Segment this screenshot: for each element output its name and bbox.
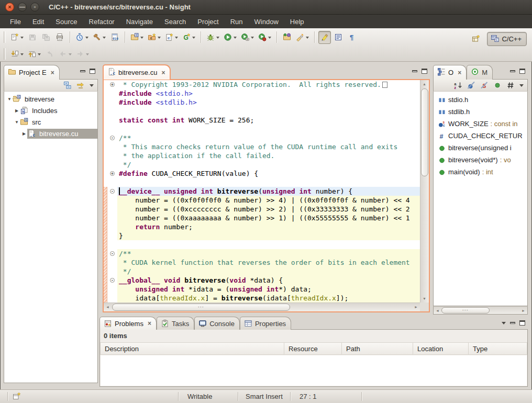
column-header-path[interactable]: Path (342, 342, 413, 355)
menu-project[interactable]: Project (192, 16, 224, 28)
code-line-1[interactable]: * Copyright 1993-2012 NVIDIA Corporation… (117, 80, 420, 89)
tab-outline[interactable]: O × (433, 65, 467, 80)
maximize-view-button[interactable] (90, 69, 95, 74)
outline-item-cuda-check-retur[interactable]: #CUDA_CHECK_RETUR (434, 130, 527, 142)
tab-project-explorer[interactable]: Project E × (4, 65, 60, 80)
new-class-button[interactable]: c (163, 31, 180, 44)
tab-tasks[interactable]: Tasks (157, 317, 194, 330)
open-perspective-button[interactable] (470, 32, 482, 46)
scrollbar-thumb[interactable]: ··· (441, 307, 490, 314)
scrollbar-thumb[interactable] (421, 88, 428, 176)
previous-annotation-button[interactable] (26, 48, 42, 61)
code-line-11[interactable]: #define CUDA_CHECK_RETURN(value) { (117, 169, 420, 178)
sort-button[interactable]: az (454, 81, 462, 89)
minimize-view-button[interactable] (510, 70, 515, 72)
code-line-13[interactable]: __device__ unsigned int bitreverse(unsig… (117, 187, 420, 196)
minimize-editor-button[interactable] (412, 70, 417, 72)
column-header-type[interactable]: Type (469, 342, 527, 355)
fold-expand-icon[interactable]: + (110, 82, 115, 87)
code-line-6[interactable] (117, 125, 420, 133)
menu-file[interactable]: File (4, 16, 27, 28)
code-line-8[interactable]: * This macro checks return value of the … (117, 142, 420, 151)
fold-collapse-icon[interactable]: - (110, 251, 115, 256)
close-icon[interactable]: × (51, 70, 54, 76)
expander-closed-icon[interactable]: ▶ (14, 108, 20, 113)
timer-button[interactable] (74, 31, 90, 44)
fold-expand-icon[interactable]: + (110, 171, 115, 176)
menu-refactor[interactable]: Refactor (83, 16, 120, 28)
maximize-view-button[interactable] (519, 69, 525, 74)
search-button[interactable] (294, 31, 311, 44)
last-edit-location-button[interactable] (43, 48, 56, 61)
close-icon[interactable]: × (161, 70, 165, 76)
code-editor[interactable]: +-+--- * Copyright 1993-2012 NVIDIA Corp… (103, 79, 430, 312)
outline-item-bitreverse-unsigned-i[interactable]: bitreverse(unsigned i (434, 142, 527, 154)
next-annotation-button[interactable] (9, 48, 25, 61)
menu-help[interactable]: Help (284, 16, 310, 28)
new-connection-button[interactable]: G (181, 31, 197, 44)
code-line-5[interactable]: static const int WORK_SIZE = 256; (117, 116, 420, 125)
build-button[interactable] (91, 31, 107, 44)
column-header-description[interactable]: Description (100, 342, 284, 355)
hide-static-members-button[interactable]: S (480, 81, 489, 89)
folded-region-box[interactable] (382, 82, 387, 88)
column-header-resource[interactable]: Resource (284, 342, 342, 355)
code-line-9[interactable]: * the application if the call failed. (117, 151, 420, 160)
maximize-view-button[interactable] (519, 320, 525, 326)
menu-window[interactable]: Window (249, 16, 284, 28)
close-icon[interactable]: × (148, 320, 151, 327)
new-button[interactable] (9, 31, 25, 44)
view-menu-button[interactable] (502, 322, 506, 327)
show-whitespace-button[interactable]: ¶ (346, 31, 358, 44)
outline-item-stdlib-h[interactable]: stdlib.h (434, 106, 527, 118)
minimize-view-button[interactable] (510, 322, 515, 324)
open-element-button[interactable] (281, 31, 293, 44)
code-area[interactable]: * Copyright 1993-2012 NVIDIA Corporation… (117, 80, 420, 303)
print-button[interactable] (53, 31, 66, 44)
fold-collapse-icon[interactable]: - (110, 189, 115, 194)
save-button[interactable] (26, 31, 39, 44)
outline-item-main-void-[interactable]: main(void) : int (434, 166, 527, 178)
cpp-perspective-button[interactable]: C C/C++ (487, 32, 527, 46)
outline-item-work-size[interactable]: scWORK_SIZE : const in (434, 118, 527, 130)
window-minimize-button[interactable]: — (18, 3, 27, 12)
debug-button[interactable] (205, 31, 221, 44)
code-line-24[interactable]: unsigned int *idata = (unsigned int*) da… (117, 285, 420, 294)
menu-source[interactable]: Source (50, 16, 83, 28)
code-line-25[interactable]: idata[threadIdx.x] = bitreverse(idata[th… (117, 294, 420, 303)
tab-problems[interactable]: Problems× (99, 317, 157, 330)
menu-search[interactable]: Search (159, 16, 192, 28)
profile-button[interactable] (257, 31, 273, 44)
code-line-23[interactable]: __global__ void bitreverse(void *data) { (117, 276, 420, 285)
run-external-button[interactable] (239, 31, 256, 44)
outline-item-bitreverse-void-[interactable]: bitreverse(void*) : vo (434, 154, 527, 166)
scroll-down-icon[interactable]: ▼ (420, 295, 428, 303)
outline-horizontal-scrollbar[interactable]: ◄ ··· ► (433, 306, 528, 315)
hide-non-public-button[interactable] (493, 81, 502, 89)
menu-run[interactable]: Run (225, 16, 249, 28)
tab-properties[interactable]: Properties (240, 317, 291, 330)
outline-item-stdio-h[interactable]: stdio.h (434, 94, 527, 106)
column-header-location[interactable]: Location (413, 342, 469, 355)
code-line-22[interactable]: */ (117, 267, 420, 276)
code-line-10[interactable]: */ (117, 160, 420, 169)
view-menu-button[interactable] (90, 84, 94, 89)
code-line-16[interactable]: number = ((0xaaaaaaaa & number) >> 1) | … (117, 214, 420, 222)
new-cpp-project-button[interactable]: C (129, 31, 145, 44)
tab-make-targets[interactable]: M (467, 65, 493, 80)
scrollbar-thumb[interactable]: ··· (112, 304, 290, 311)
tab-console[interactable]: Console (194, 317, 240, 330)
scroll-left-icon[interactable]: ◄ (104, 303, 112, 311)
code-line-14[interactable]: number = ((0xf0f0f0f0 & number) >> 4) | … (117, 196, 420, 205)
binary-button[interactable]: 010 (108, 31, 121, 44)
hide-inactive-button[interactable] (506, 81, 515, 89)
menu-navigate[interactable]: Navigate (120, 16, 159, 28)
code-line-21[interactable]: * CUDA kernel function that reverses the… (117, 258, 420, 267)
minimize-view-button[interactable] (80, 70, 85, 72)
window-maximize-button[interactable]: ▫ (30, 3, 39, 12)
window-close-button[interactable]: × (5, 3, 14, 12)
code-line-15[interactable]: number = ((0xcccccccc & number) >> 2) | … (117, 205, 420, 214)
scroll-right-icon[interactable]: ► (412, 303, 420, 311)
format-button[interactable] (332, 31, 345, 44)
fold-collapse-icon[interactable]: - (110, 278, 115, 283)
